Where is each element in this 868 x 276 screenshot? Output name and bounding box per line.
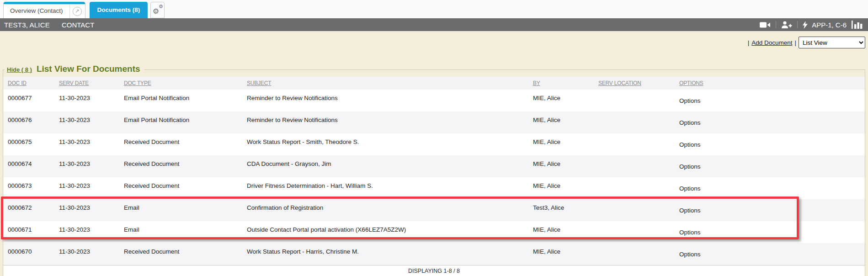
- cell-doc-type: Received Document: [119, 133, 242, 155]
- table-row[interactable]: 0000673 11-30-2023 Received Document Dri…: [3, 177, 865, 199]
- sort-subject[interactable]: SUBJECT: [247, 80, 271, 86]
- cell-serv-date: 11-30-2023: [54, 243, 119, 265]
- cell-serv-date: 11-30-2023: [54, 155, 119, 177]
- options-link[interactable]: Options: [679, 229, 701, 236]
- options-link[interactable]: Options: [679, 141, 701, 148]
- options-link[interactable]: Options: [679, 207, 701, 214]
- separator: |: [748, 39, 750, 46]
- app-launch-control[interactable]: APP-1, C-6: [803, 21, 847, 29]
- cell-doc-type: Email: [119, 221, 242, 243]
- table-row[interactable]: 0000670 11-30-2023 Received Document Wor…: [3, 243, 865, 265]
- cell-by: MIE, Alice: [528, 221, 594, 243]
- cell-doc-type: Received Document: [119, 155, 242, 177]
- divider: [797, 21, 798, 28]
- popout-arrow-icon: ↗: [73, 7, 82, 16]
- cell-options: Options: [675, 177, 865, 199]
- options-link[interactable]: Options: [679, 163, 701, 170]
- sort-serv-date[interactable]: SERV DATE: [59, 80, 89, 86]
- content-area: | Add Document | List View Hide ( 8 ) Li…: [0, 31, 868, 276]
- page: Overview (Contact) ↗ Documents (8) ⚙⚙ TE…: [0, 0, 868, 276]
- cell-doc-id: 0000672: [3, 199, 54, 221]
- bar-chart-icon[interactable]: [852, 21, 863, 29]
- gears-icon: ⚙⚙: [153, 5, 162, 15]
- cell-doc-id: 0000673: [3, 177, 54, 199]
- table-row[interactable]: 0000675 11-30-2023 Received Document Wor…: [3, 133, 865, 155]
- cell-doc-id: 0000670: [3, 243, 54, 265]
- separator: |: [794, 39, 796, 46]
- cell-options: Options: [675, 90, 865, 111]
- cell-doc-id: 0000677: [3, 90, 54, 111]
- cell-options: Options: [675, 243, 865, 265]
- options-link[interactable]: Options: [679, 119, 701, 126]
- cell-doc-type: Email Portal Notification: [119, 111, 242, 133]
- sort-doc-type[interactable]: DOC TYPE: [124, 80, 151, 86]
- cell-serv-location: [594, 111, 675, 133]
- cell-serv-date: 11-30-2023: [54, 133, 119, 155]
- hide-link[interactable]: Hide ( 8 ): [7, 66, 32, 73]
- table-row-highlighted[interactable]: 0000671 11-30-2023 Email Outside Contact…: [3, 221, 865, 243]
- titlebar-actions: APP-1, C-6: [760, 21, 863, 29]
- col-subject: SUBJECT: [242, 77, 528, 90]
- cell-subject: Work Status Report - Harris, Christine M…: [242, 243, 528, 265]
- cell-by: MIE, Alice: [528, 155, 594, 177]
- view-mode-select[interactable]: List View: [799, 37, 865, 48]
- document-actions-row: | Add Document | List View: [3, 37, 865, 48]
- cell-doc-id: 0000676: [3, 111, 54, 133]
- cell-subject: Reminder to Review Notifications: [242, 111, 528, 133]
- cell-serv-location: [594, 90, 675, 111]
- cell-doc-id: 0000675: [3, 133, 54, 155]
- video-camera-icon[interactable]: [760, 21, 771, 28]
- cell-by: MIE, Alice: [528, 177, 594, 199]
- options-link[interactable]: Options: [679, 251, 701, 258]
- sort-by[interactable]: BY: [533, 80, 540, 86]
- col-by: BY: [528, 77, 594, 90]
- cell-serv-location: [594, 199, 675, 221]
- cell-serv-date: 11-30-2023: [54, 90, 119, 111]
- cell-doc-type: Email: [119, 199, 242, 221]
- documents-panel: Hide ( 8 ) List View For Documents DOC I…: [3, 69, 865, 276]
- col-serv-location: SERV LOCATION: [594, 77, 675, 90]
- col-doc-id: DOC ID: [3, 77, 54, 90]
- table-row[interactable]: 0000676 11-30-2023 Email Portal Notifica…: [3, 111, 865, 133]
- cell-serv-location: [594, 177, 675, 199]
- cell-by: MIE, Alice: [528, 133, 594, 155]
- add-person-icon[interactable]: [781, 21, 792, 29]
- cell-subject: Reminder to Review Notifications: [242, 90, 528, 111]
- sort-doc-id[interactable]: DOC ID: [8, 80, 27, 86]
- cell-by: MIE, Alice: [528, 111, 594, 133]
- table-row[interactable]: 0000674 11-30-2023 Received Document CDA…: [3, 155, 865, 177]
- cell-subject: Driver Fitness Determination - Hart, Wil…: [242, 177, 528, 199]
- app-label: APP-1, C-6: [812, 21, 847, 29]
- popout-button[interactable]: ↗: [69, 4, 85, 18]
- paging-status: DISPLAYING 1-8 / 8: [3, 265, 865, 276]
- cell-doc-id: 0000674: [3, 155, 54, 177]
- cell-doc-type: Email Portal Notification: [119, 90, 242, 111]
- cell-serv-date: 11-30-2023: [54, 111, 119, 133]
- cell-options: Options: [675, 111, 865, 133]
- table-row[interactable]: 0000677 11-30-2023 Email Portal Notifica…: [3, 90, 865, 111]
- cell-by: MIE, Alice: [528, 90, 594, 111]
- sort-serv-location[interactable]: SERV LOCATION: [598, 80, 641, 86]
- tab-strip: Overview (Contact) ↗ Documents (8) ⚙⚙: [0, 0, 868, 18]
- cell-by: Test3, Alice: [528, 199, 594, 221]
- cell-serv-location: [594, 155, 675, 177]
- table-header-row: DOC ID SERV DATE DOC TYPE SUBJECT BY SER…: [3, 77, 865, 90]
- options-link[interactable]: Options: [679, 97, 701, 104]
- add-document-link[interactable]: Add Document: [751, 39, 792, 46]
- table-row-highlighted[interactable]: 0000672 11-30-2023 Email Confirmation of…: [3, 199, 865, 221]
- cell-serv-date: 11-30-2023: [54, 221, 119, 243]
- sort-options[interactable]: OPTIONS: [679, 80, 703, 86]
- cell-doc-id: 0000671: [3, 221, 54, 243]
- settings-button[interactable]: ⚙⚙: [150, 2, 165, 18]
- tab-overview-contact[interactable]: Overview (Contact) ↗: [3, 2, 85, 18]
- divider: [776, 21, 776, 28]
- tab-overview-label[interactable]: Overview (Contact): [4, 4, 69, 18]
- patient-name: TEST3, ALICE: [4, 21, 50, 29]
- col-serv-date: SERV DATE: [54, 77, 119, 90]
- panel-legend: Hide ( 8 ) List View For Documents: [5, 64, 144, 74]
- options-link[interactable]: Options: [679, 185, 701, 192]
- cell-doc-type: Received Document: [119, 177, 242, 199]
- documents-table: DOC ID SERV DATE DOC TYPE SUBJECT BY SER…: [3, 77, 865, 265]
- cell-subject: Confirmation of Registration: [242, 199, 528, 221]
- tab-documents[interactable]: Documents (8): [90, 2, 148, 18]
